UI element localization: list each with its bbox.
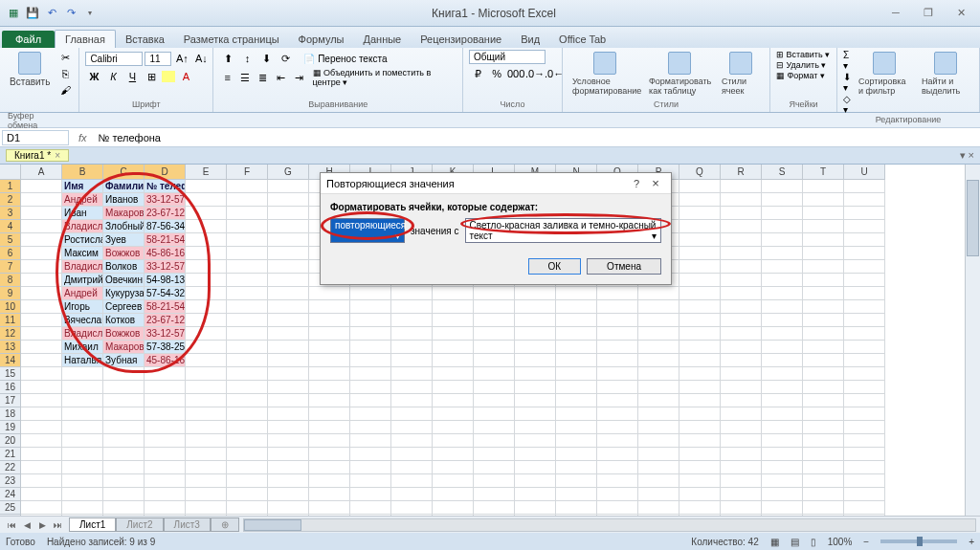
fill-color-icon[interactable] (162, 71, 175, 82)
workbook-tab[interactable]: Книга1 *× (6, 149, 69, 162)
cell[interactable] (186, 434, 227, 448)
cell[interactable] (515, 394, 556, 407)
currency-icon[interactable]: ₽ (469, 65, 486, 82)
file-tab[interactable]: Файл (2, 31, 55, 48)
cell[interactable] (515, 287, 556, 300)
name-box[interactable] (2, 130, 69, 145)
number-format-combo[interactable]: Общий (469, 50, 546, 64)
cell[interactable] (844, 421, 885, 434)
cell[interactable] (62, 394, 103, 407)
cell[interactable] (844, 474, 885, 488)
cell[interactable] (515, 381, 556, 394)
cell[interactable] (638, 434, 679, 448)
cell[interactable] (145, 394, 186, 407)
cell[interactable] (721, 407, 762, 421)
sheet-nav-last-icon[interactable]: ⏭ (50, 520, 65, 530)
cell[interactable] (268, 287, 309, 300)
cell[interactable]: Иван (62, 207, 103, 220)
dialog-close-icon[interactable]: × (646, 176, 665, 190)
cell[interactable] (309, 394, 350, 407)
cell[interactable] (597, 474, 638, 488)
cell[interactable] (679, 327, 721, 341)
cell[interactable] (474, 407, 515, 421)
cell[interactable] (803, 233, 844, 247)
cell[interactable] (186, 474, 227, 488)
insert-cells-button[interactable]: ⊞ Вставить ▾ (776, 50, 830, 59)
cell[interactable] (474, 381, 515, 394)
cell[interactable] (556, 394, 597, 407)
cell[interactable] (803, 421, 844, 434)
cell[interactable] (762, 421, 803, 434)
cell[interactable] (515, 501, 556, 515)
row-header[interactable]: 25 (0, 501, 21, 515)
cell[interactable] (21, 474, 62, 488)
cell[interactable] (679, 434, 721, 448)
cell[interactable] (391, 407, 433, 421)
cell[interactable] (268, 407, 309, 421)
cell[interactable] (638, 327, 679, 341)
cell[interactable] (268, 233, 309, 247)
cell[interactable] (803, 341, 844, 354)
indent-inc-icon[interactable]: ⇥ (291, 69, 307, 86)
cell[interactable] (21, 501, 62, 515)
cell[interactable] (844, 260, 885, 274)
cell[interactable]: 58-21-54 (145, 300, 186, 314)
cell[interactable] (227, 300, 268, 314)
cell[interactable] (103, 407, 145, 421)
cell[interactable]: 23-67-12 (145, 207, 186, 220)
cell[interactable] (762, 448, 803, 461)
row-header[interactable]: 8 (0, 274, 21, 287)
column-header[interactable]: B (62, 165, 103, 180)
cell[interactable] (186, 314, 227, 327)
cell[interactable] (638, 287, 679, 300)
cell[interactable] (391, 394, 433, 407)
cell[interactable] (762, 367, 803, 381)
cell[interactable]: Котков (103, 314, 145, 327)
cell[interactable] (391, 300, 433, 314)
cell[interactable] (309, 501, 350, 515)
cell[interactable] (309, 287, 350, 300)
cell[interactable] (433, 381, 474, 394)
cell[interactable] (62, 488, 103, 501)
cell[interactable] (309, 407, 350, 421)
cell[interactable] (803, 314, 844, 327)
cell[interactable] (21, 247, 62, 260)
cell[interactable]: Владислав (62, 220, 103, 233)
row-header[interactable]: 22 (0, 461, 21, 474)
cell[interactable] (762, 327, 803, 341)
row-header[interactable]: 11 (0, 314, 21, 327)
cell[interactable] (350, 501, 391, 515)
cell[interactable] (597, 407, 638, 421)
cell[interactable]: Злобный (103, 220, 145, 233)
align-right-icon[interactable]: ≣ (256, 69, 272, 86)
cell[interactable] (556, 341, 597, 354)
cell[interactable] (391, 434, 433, 448)
cell[interactable] (638, 501, 679, 515)
cell[interactable] (679, 233, 721, 247)
close-button[interactable]: ✕ (949, 7, 972, 19)
row-header[interactable]: 7 (0, 260, 21, 274)
cell[interactable] (721, 434, 762, 448)
cell[interactable] (433, 287, 474, 300)
cell[interactable] (227, 434, 268, 448)
cell[interactable] (227, 448, 268, 461)
cell[interactable] (391, 367, 433, 381)
cell[interactable] (186, 421, 227, 434)
sheet-tab-1[interactable]: Лист1 (69, 517, 116, 532)
cell[interactable] (474, 367, 515, 381)
cell[interactable] (803, 287, 844, 300)
cell[interactable] (350, 434, 391, 448)
cell[interactable]: № телефона (145, 180, 186, 193)
cell[interactable] (844, 193, 885, 207)
cell[interactable] (638, 474, 679, 488)
cell[interactable] (844, 448, 885, 461)
zoom-out-icon[interactable]: − (863, 537, 869, 547)
cell[interactable] (145, 501, 186, 515)
cell[interactable] (186, 354, 227, 367)
cell[interactable] (268, 220, 309, 233)
cell[interactable] (350, 381, 391, 394)
cell[interactable] (391, 474, 433, 488)
cell[interactable] (556, 474, 597, 488)
maximize-button[interactable]: ❐ (917, 7, 940, 19)
cell[interactable] (679, 448, 721, 461)
